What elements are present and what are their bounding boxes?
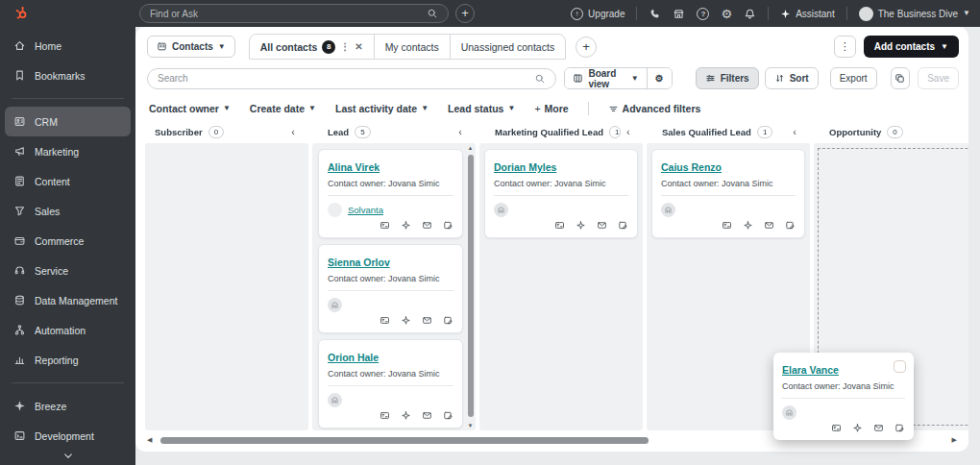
tab-label: Unassigned contacts [461,41,554,53]
company-link[interactable]: Solvanta [348,205,383,215]
column-scrollbar[interactable]: ▲ ▼ [466,144,475,429]
copy-view-button[interactable] [891,67,911,89]
contact-name-link[interactable]: Orion Hale [328,352,379,363]
sidebar-item-data-management[interactable]: Data Management [5,285,131,315]
sidebar-item-breeze[interactable]: Breeze [5,391,131,421]
more-filters-button[interactable]: + More [534,103,568,114]
sidebar-item-bookmarks[interactable]: Bookmarks [5,61,131,90]
sidebar-item-service[interactable]: Service [5,256,131,285]
email-icon[interactable] [422,410,432,421]
hubspot-logo-icon[interactable] [13,5,30,21]
column-collapse-icon[interactable]: ‹ [793,127,796,137]
global-search[interactable] [139,4,449,23]
settings-gear-icon[interactable]: ⚙ [721,8,732,20]
column-collapse-icon[interactable]: ‹ [626,127,630,137]
contact-card[interactable]: Sienna Orlov Contact owner: Jovana Simic [318,244,463,333]
assistant-button[interactable]: Assistant [780,9,835,19]
scroll-up-icon[interactable]: ▲ [466,145,475,151]
sidebar-item-marketing[interactable]: Marketing [5,136,131,166]
tab-all-contacts[interactable]: All contacts 8 ⋮ ✕ [250,35,375,59]
filter-create-date[interactable]: Create date ▼ [250,103,316,114]
preview-icon[interactable] [380,220,390,231]
actions-icon[interactable] [852,423,863,433]
scrollbar-thumb[interactable] [160,437,649,444]
account-menu[interactable]: The Business Dive ▼ [859,7,970,21]
note-icon[interactable] [443,315,453,326]
filter-lead-status[interactable]: Lead status ▼ [448,103,515,114]
table-search[interactable] [147,68,556,89]
sidebar-collapse-button[interactable] [0,452,135,461]
note-icon[interactable] [785,220,796,231]
note-icon[interactable] [443,220,453,231]
table-search-input[interactable] [158,73,534,84]
column-collapse-icon[interactable]: ‹ [458,127,462,137]
note-icon[interactable] [894,423,905,433]
export-button[interactable]: Export [830,67,877,89]
preview-icon[interactable] [380,315,390,326]
filters-button[interactable]: Filters [696,67,759,89]
email-icon[interactable] [422,220,432,231]
sidebar-item-content[interactable]: Content [5,166,131,196]
contact-card[interactable]: Alina Virek Contact owner: Jovana Simic … [318,149,463,238]
filter-contact-owner[interactable]: Contact owner ▼ [149,103,231,114]
global-create-button[interactable]: + [455,4,475,23]
email-icon[interactable] [764,220,774,231]
contact-name-link[interactable]: Caius Renzo [661,161,722,173]
contact-name-link[interactable]: Sienna Orlov [328,257,390,268]
contact-name-link[interactable]: Dorian Myles [494,161,556,173]
sidebar-item-reporting[interactable]: Reporting [5,345,131,375]
scroll-right-icon[interactable]: ▶ [952,436,957,444]
actions-icon[interactable] [743,220,753,231]
note-icon[interactable] [443,410,453,421]
contact-card[interactable]: Caius Renzo Contact owner: Jovana Simic [651,149,805,238]
email-icon[interactable] [422,315,432,326]
help-icon[interactable]: ? [697,8,709,20]
sidebar-item-development[interactable]: Development [5,421,131,451]
marketplace-icon[interactable] [673,8,685,20]
board-view-selector[interactable]: Board view ▼ [565,68,646,88]
contact-card[interactable]: Dorian Myles Contact owner: Jovana Simic [484,149,638,238]
notifications-bell-icon[interactable] [744,8,756,20]
more-options-button[interactable]: ⋮ [834,36,856,58]
sidebar-item-crm[interactable]: CRM [5,107,131,136]
object-switcher-button[interactable]: Contacts ▼ [147,36,235,58]
contact-name-link[interactable]: Elara Vance [782,364,839,376]
tab-close-icon[interactable]: ✕ [355,41,362,52]
sidebar-item-sales[interactable]: Sales [5,196,131,226]
email-icon[interactable] [597,220,607,231]
filter-last-activity-date[interactable]: Last activity date ▼ [335,103,429,114]
add-view-button[interactable]: + [576,37,597,58]
actions-icon[interactable] [401,315,411,326]
sort-button[interactable]: Sort [765,67,819,89]
dragged-contact-card[interactable]: Elara Vance Contact owner: Jovana Simic [773,353,914,440]
sidebar-item-commerce[interactable]: Commerce [5,226,131,256]
preview-icon[interactable] [380,410,390,421]
card-checkbox[interactable] [894,360,906,373]
tab-unassigned-contacts[interactable]: Unassigned contacts [451,35,565,59]
preview-icon[interactable] [554,220,565,231]
actions-icon[interactable] [401,220,411,231]
email-icon[interactable] [873,423,884,433]
actions-icon[interactable] [401,410,411,421]
contact-card[interactable]: Orion Hale Contact owner: Jovana Simic [318,339,463,428]
tab-options-icon[interactable]: ⋮ [340,41,350,52]
contact-name-link[interactable]: Alina Virek [328,161,380,173]
global-search-input[interactable] [150,9,427,19]
calling-icon[interactable] [649,8,661,20]
preview-icon[interactable] [722,220,732,231]
preview-icon[interactable] [831,423,842,433]
board-settings-button[interactable]: ⚙ [647,68,672,88]
actions-icon[interactable] [576,220,586,231]
scroll-left-icon[interactable]: ◀ [147,436,152,444]
upgrade-button[interactable]: ↑ Upgrade [571,8,625,20]
scroll-down-icon[interactable]: ▼ [466,423,475,428]
tab-my-contacts[interactable]: My contacts [375,35,451,59]
note-icon[interactable] [618,220,628,231]
sidebar-item-automation[interactable]: Automation [5,315,131,345]
add-contacts-button[interactable]: Add contacts ▼ [864,36,959,58]
advanced-filters-button[interactable]: Advanced filters [608,103,701,114]
column-collapse-icon[interactable]: ‹ [291,127,295,137]
scrollbar-thumb[interactable] [468,155,474,417]
save-view-button[interactable]: Save [918,67,959,89]
sidebar-item-home[interactable]: Home [5,31,131,61]
